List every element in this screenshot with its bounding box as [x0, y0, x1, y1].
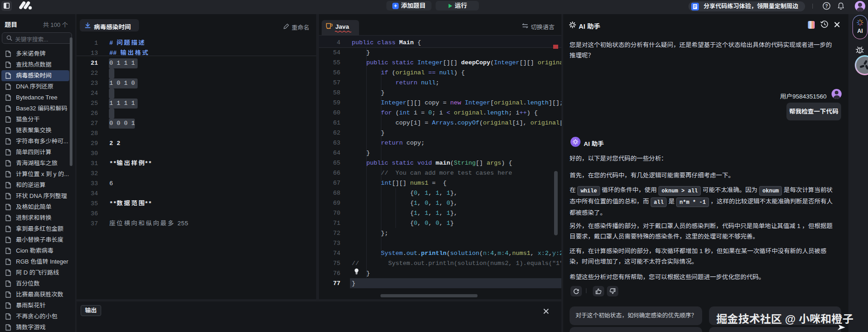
svg-text:?: ?: [825, 4, 828, 9]
